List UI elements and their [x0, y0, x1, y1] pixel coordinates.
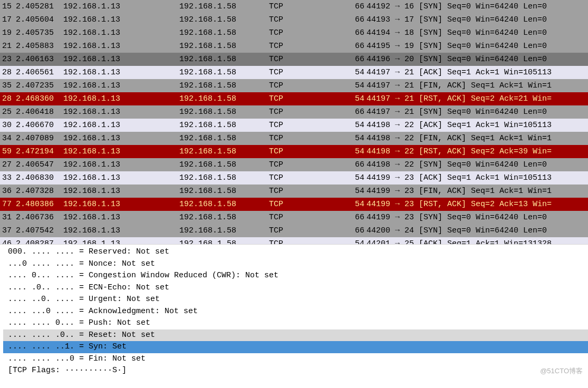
packet-proto: TCP [269, 40, 332, 53]
flag-line[interactable]: .... .0.. .... = ECN-Echo: Not set [3, 282, 588, 294]
packet-row[interactable]: 302.406670192.168.1.13192.168.1.58TCP544… [0, 119, 588, 132]
packet-len: 54 [332, 171, 367, 185]
packet-row[interactable]: 152.405281192.168.1.13192.168.1.58TCP664… [0, 0, 588, 13]
packet-row[interactable]: 312.406736192.168.1.13192.168.1.58TCP664… [0, 211, 588, 224]
flag-line[interactable]: .... ..0. .... = Urgent: Not set [3, 294, 588, 306]
packet-proto: TCP [269, 224, 332, 237]
packet-no: 35 [0, 79, 16, 92]
packet-time: 2.406830 [16, 171, 63, 185]
packet-dst: 192.168.1.58 [179, 79, 269, 92]
flag-line[interactable]: [TCP Flags: ··········S·] [3, 365, 588, 377]
flag-line[interactable]: .... .... ..1. = Syn: Set [3, 341, 588, 353]
packet-no: 23 [0, 53, 16, 66]
packet-row[interactable]: 352.407235192.168.1.13192.168.1.58TCP544… [0, 79, 588, 92]
packet-row[interactable]: 592.472194192.168.1.13192.168.1.58TCP544… [0, 145, 588, 158]
packet-time: 2.407542 [16, 224, 63, 237]
packet-row[interactable]: 212.405883192.168.1.13192.168.1.58TCP664… [0, 40, 588, 53]
flag-line[interactable]: .... ...0 .... = Acknowledgment: Not set [3, 306, 588, 318]
flag-line[interactable]: .... .... .0.. = Reset: Not set [3, 329, 588, 342]
packet-time: 2.405604 [16, 13, 63, 26]
packet-len: 66 [332, 211, 367, 224]
packet-row[interactable]: 252.406418192.168.1.13192.168.1.58TCP664… [0, 105, 588, 119]
packet-row[interactable]: 462.408287192.168.1.13192.168.1.58TCP544… [0, 237, 588, 244]
packet-info: 44193 → 17 [SYN] Seq=0 Win=64240 Len=0 [367, 13, 588, 26]
packet-no: 36 [0, 185, 16, 198]
packet-dst: 192.168.1.58 [179, 13, 269, 26]
packet-src: 192.168.1.13 [63, 0, 179, 13]
flag-line[interactable]: .... .... 0... = Push: Not set [3, 317, 588, 329]
packet-dst: 192.168.1.58 [179, 26, 269, 40]
packet-details[interactable]: 000. .... .... = Reserved: Not set ...0 … [0, 245, 588, 377]
packet-dst: 192.168.1.58 [179, 92, 269, 105]
packet-len: 66 [332, 40, 367, 53]
packet-info: 44198 → 22 [SYN] Seq=0 Win=64240 Len=0 [367, 158, 588, 171]
packet-len: 54 [332, 237, 367, 244]
packet-dst: 192.168.1.58 [179, 105, 269, 119]
packet-row[interactable]: 172.405604192.168.1.13192.168.1.58TCP664… [0, 13, 588, 26]
packet-proto: TCP [269, 53, 332, 66]
packet-src: 192.168.1.13 [63, 40, 179, 53]
packet-src: 192.168.1.13 [63, 132, 179, 145]
packet-len: 66 [332, 0, 367, 13]
packet-row[interactable]: 362.407328192.168.1.13192.168.1.58TCP544… [0, 185, 588, 198]
packet-src: 192.168.1.13 [63, 158, 179, 171]
packet-dst: 192.168.1.58 [179, 132, 269, 145]
packet-proto: TCP [269, 145, 332, 158]
packet-listing[interactable]: 152.405281192.168.1.13192.168.1.58TCP664… [0, 0, 588, 244]
packet-dst: 192.168.1.58 [179, 0, 269, 13]
packet-no: 21 [0, 40, 16, 53]
packet-dst: 192.168.1.58 [179, 119, 269, 132]
packet-info: 44196 → 20 [SYN] Seq=0 Win=64240 Len=0 [367, 53, 588, 66]
packet-info: 44197 → 21 [SYN] Seq=0 Win=64240 Len=0 [367, 105, 588, 119]
packet-time: 2.406736 [16, 211, 63, 224]
flag-line[interactable]: 000. .... .... = Reserved: Not set [3, 246, 588, 258]
flag-line[interactable]: ...0 .... .... = Nonce: Not set [3, 258, 588, 270]
packet-info: 44198 → 22 [ACK] Seq=1 Ack=1 Win=105113 [367, 119, 588, 132]
packet-no: 34 [0, 132, 16, 145]
packet-src: 192.168.1.13 [63, 66, 179, 79]
packet-no: 25 [0, 105, 16, 119]
packet-info: 44199 → 23 [RST, ACK] Seq=2 Ack=13 Win= [367, 198, 588, 211]
packet-dst: 192.168.1.58 [179, 237, 269, 244]
packet-row[interactable]: 192.405735192.168.1.13192.168.1.58TCP664… [0, 26, 588, 40]
packet-len: 54 [332, 132, 367, 145]
packet-info: 44197 → 21 [RST, ACK] Seq=2 Ack=21 Win= [367, 92, 588, 105]
packet-src: 192.168.1.13 [63, 145, 179, 158]
packet-src: 192.168.1.13 [63, 237, 179, 244]
packet-row[interactable]: 272.406547192.168.1.13192.168.1.58TCP664… [0, 158, 588, 171]
packet-len: 66 [332, 224, 367, 237]
packet-time: 2.406547 [16, 158, 63, 171]
packet-row[interactable]: 232.406163192.168.1.13192.168.1.58TCP664… [0, 53, 588, 66]
packet-len: 54 [332, 145, 367, 158]
packet-time: 2.406561 [16, 66, 63, 79]
packet-proto: TCP [269, 171, 332, 185]
packet-proto: TCP [269, 13, 332, 26]
packet-time: 2.408287 [16, 237, 63, 244]
packet-row[interactable]: 282.468360192.168.1.13192.168.1.58TCP544… [0, 92, 588, 105]
packet-src: 192.168.1.13 [63, 79, 179, 92]
packet-info: 44195 → 19 [SYN] Seq=0 Win=64240 Len=0 [367, 40, 588, 53]
flag-line[interactable]: .... .... ...0 = Fin: Not set [3, 353, 588, 365]
packet-time: 2.480386 [16, 198, 63, 211]
packet-dst: 192.168.1.58 [179, 171, 269, 185]
packet-src: 192.168.1.13 [63, 198, 179, 211]
packet-row[interactable]: 282.406561192.168.1.13192.168.1.58TCP544… [0, 66, 588, 79]
packet-row[interactable]: 372.407542192.168.1.13192.168.1.58TCP664… [0, 224, 588, 237]
packet-len: 66 [332, 53, 367, 66]
packet-proto: TCP [269, 105, 332, 119]
flag-line[interactable]: .... 0... .... = Congestion Window Reduc… [3, 270, 588, 282]
packet-no: 15 [0, 0, 16, 13]
packet-len: 66 [332, 26, 367, 40]
packet-row[interactable]: 332.406830192.168.1.13192.168.1.58TCP544… [0, 171, 588, 185]
packet-src: 192.168.1.13 [63, 53, 179, 66]
packet-proto: TCP [269, 79, 332, 92]
packet-row[interactable]: 772.480386192.168.1.13192.168.1.58TCP544… [0, 198, 588, 211]
packet-len: 54 [332, 79, 367, 92]
packet-row[interactable]: 342.407089192.168.1.13192.168.1.58TCP544… [0, 132, 588, 145]
packet-info: 44194 → 18 [SYN] Seq=0 Win=64240 Len=0 [367, 26, 588, 40]
packet-src: 192.168.1.13 [63, 119, 179, 132]
packet-info: 44198 → 22 [FIN, ACK] Seq=1 Ack=1 Win=1 [367, 132, 588, 145]
packet-len: 54 [332, 119, 367, 132]
packet-src: 192.168.1.13 [63, 13, 179, 26]
packet-no: 59 [0, 145, 16, 158]
